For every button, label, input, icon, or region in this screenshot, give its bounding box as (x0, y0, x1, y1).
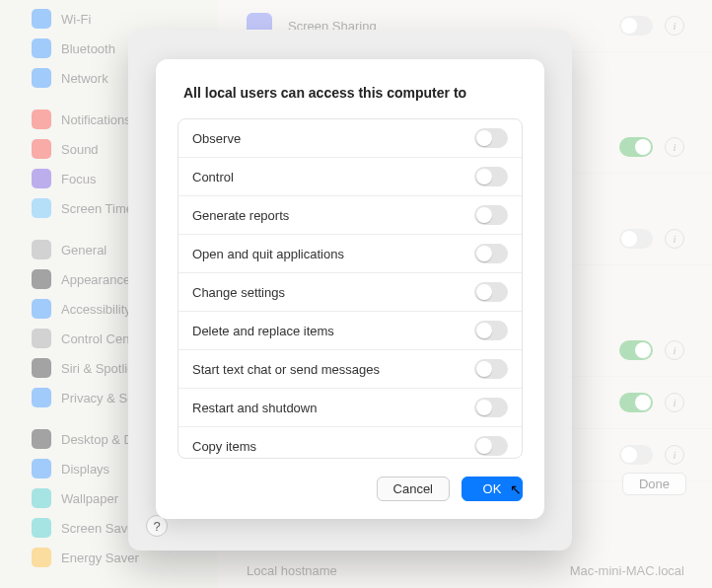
permission-toggle[interactable] (474, 244, 508, 263)
permission-row: Copy items (178, 426, 522, 459)
permission-toggle[interactable] (474, 321, 508, 340)
permission-toggle[interactable] (474, 205, 508, 225)
permission-label: Open and quit applications (192, 247, 344, 261)
permission-label: Start text chat or send messages (192, 362, 380, 377)
permission-row: Generate reports (178, 195, 522, 234)
permission-row: Open and quit applications (178, 234, 522, 272)
permissions-dialog: All local users can access this computer… (156, 59, 544, 519)
permission-row: Change settings (178, 272, 522, 311)
permission-row: Observe (178, 119, 522, 157)
permission-label: Copy items (192, 439, 256, 454)
permission-row: Control (178, 157, 522, 195)
cursor-icon: ↖ (510, 481, 522, 497)
permission-label: Restart and shutdown (192, 401, 317, 415)
permission-label: Control (192, 170, 234, 184)
permission-row: Delete and replace items (178, 311, 522, 349)
permission-toggle[interactable] (474, 128, 508, 148)
permission-toggle[interactable] (474, 167, 508, 186)
permission-row: Restart and shutdown (178, 388, 522, 426)
cancel-button[interactable]: Cancel (377, 477, 450, 501)
permission-label: Delete and replace items (192, 324, 334, 338)
permission-label: Change settings (192, 285, 285, 300)
sheet-container: ? All local users can access this comput… (128, 30, 572, 551)
permission-label: Observe (192, 131, 241, 146)
permission-row: Start text chat or send messages (178, 349, 522, 388)
permission-toggle[interactable] (474, 282, 508, 302)
permissions-list: ObserveControlGenerate reportsOpen and q… (178, 118, 523, 459)
permission-toggle[interactable] (474, 398, 508, 417)
permission-toggle[interactable] (474, 359, 508, 379)
dialog-title: All local users can access this computer… (156, 59, 544, 116)
permission-label: Generate reports (192, 208, 289, 223)
permission-toggle[interactable] (474, 436, 508, 456)
